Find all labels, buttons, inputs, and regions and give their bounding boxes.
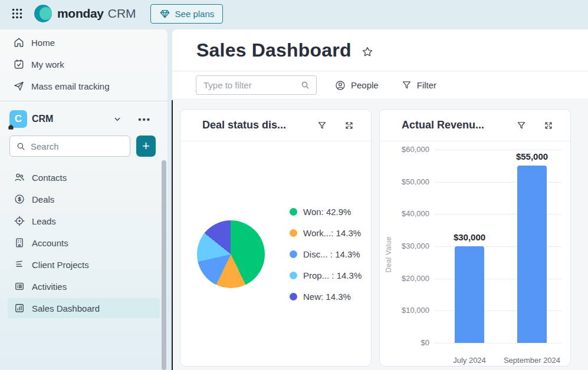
search-icon [300,80,310,90]
sidebar-item-label: Home [31,38,55,48]
gem-icon [159,8,170,19]
legend-item-new: New: 14.3% [290,292,362,302]
bar-chart-icon [14,302,25,314]
legend-item-discovery: Disc... : 14.3% [290,249,362,259]
sidebar-item-deals[interactable]: $ Deals [8,189,160,209]
see-plans-button[interactable]: See plans [150,4,224,24]
legend-label: Work...: 14.3% [303,228,361,238]
dashboard-toolbar: People Filter [172,71,588,100]
sidebar-search[interactable] [9,136,130,157]
pie-legend: Won: 42.9% Work...: 14.3% Disc... : 14.3… [290,207,362,302]
calendar-check-icon [13,58,25,70]
widget-filter-icon[interactable] [317,120,327,131]
add-item-button[interactable]: + [136,136,156,157]
workspace-name: CRM [32,114,53,124]
sidebar-item-label: My work [31,60,64,70]
people-label: People [351,80,379,90]
monday-logo-icon [34,5,52,22]
y-tick-label: $50,000 [380,177,429,186]
sidebar-item-mass-email-tracking[interactable]: Mass email tracking [7,79,160,93]
board-item-label: Sales Dashboard [32,303,100,313]
workspace-avatar-letter: C [15,113,22,125]
legend-dot [290,208,297,216]
sidebar-item-leads[interactable]: Leads [8,211,160,231]
search-icon [16,141,26,151]
workspace-selector[interactable]: C CRM ••• [0,107,167,131]
contacts-icon [14,171,25,183]
pie-chart [197,220,265,288]
board-item-label: Deals [32,194,54,204]
board-filter[interactable] [196,75,317,95]
gridline [435,150,562,150]
gridline [435,343,562,343]
apps-grid-icon[interactable] [9,6,25,21]
favorite-star-icon[interactable] [361,45,374,58]
building-icon [14,237,25,249]
target-icon [14,215,25,227]
y-tick-label: $10,000 [380,306,429,315]
main-panel: Sales Dashboard People [172,29,588,370]
see-plans-label: See plans [175,9,215,19]
sidebar-item-label: Mass email tracking [31,81,110,91]
sidebar-search-input[interactable] [31,141,124,151]
board-item-label: Client Projects [32,260,89,270]
board-item-label: Contacts [32,173,67,183]
board-filter-input[interactable] [203,80,295,90]
widget-title: Deal status dis... [202,119,286,131]
legend-item-won: Won: 42.9% [290,207,362,217]
legend-dot [290,229,297,237]
sidebar-item-accounts[interactable]: Accounts [8,233,160,253]
board-item-label: Accounts [32,238,68,248]
sidebar-divider [0,101,167,101]
page-title: Sales Dashboard [196,39,352,61]
brand-suffix: CRM [108,6,136,21]
sidebar-item-home[interactable]: Home [7,35,160,49]
sidebar-item-my-work[interactable]: My work [7,57,160,71]
home-icon [13,37,25,48]
top-bar: monday CRM See plans [0,0,588,27]
list-box-icon [14,280,25,292]
bar [517,166,547,343]
list-lines-icon [14,259,25,270]
sidebar-item-client-projects[interactable]: Client Projects [8,255,160,275]
y-tick-label: $40,000 [380,209,429,218]
sidebar: Home My work Mass email tracking [0,29,167,370]
board-item-label: Activities [32,282,67,292]
filter-label: Filter [417,80,436,90]
widget-expand-icon[interactable] [543,120,554,131]
paper-plane-icon [13,80,25,92]
bar-chart: Deal Value $60,000$50,000$40,000$30,000$… [380,141,570,366]
funnel-icon [401,80,412,91]
sidebar-item-sales-dashboard[interactable]: Sales Dashboard [8,298,160,318]
widget-deal-status: Deal status dis... [180,109,372,366]
workspace-avatar: C [9,110,27,128]
widget-filter-icon[interactable] [516,120,527,131]
widget-actual-revenue: Actual Revenu... Deal Value [379,109,571,366]
people-button[interactable]: People [330,76,383,95]
board-item-label: Leads [32,216,56,226]
legend-dot [290,293,297,300]
bar-plot: $30,000July 2024$55,000September 2024 [435,150,562,343]
y-tick-label: $20,000 [380,274,429,283]
x-tick-label: September 2024 [504,356,560,365]
svg-text:$: $ [18,196,21,202]
bar [455,246,484,343]
y-tick-label: $0 [380,338,429,347]
sidebar-item-contacts[interactable]: Contacts [8,167,160,187]
dollar-circle-icon: $ [14,193,25,205]
sidebar-scrollbar[interactable] [162,160,166,370]
workspace-home-badge-icon [8,124,14,130]
filter-button[interactable]: Filter [396,76,441,94]
chevron-down-icon[interactable] [112,114,123,124]
legend-dot [290,272,297,279]
y-tick-label: $30,000 [380,242,429,250]
widget-title: Actual Revenu... [402,119,484,131]
legend-dot [290,250,297,258]
widget-expand-icon[interactable] [344,120,354,131]
legend-item-proposal: Prop... : 14.3% [290,270,362,280]
monday-logo[interactable]: monday CRM [34,5,136,22]
sidebar-item-activities[interactable]: Activities [8,276,160,296]
legend-label: Prop... : 14.3% [303,270,362,280]
brand-name: monday [57,6,104,21]
workspace-menu-icon[interactable]: ••• [138,114,151,124]
